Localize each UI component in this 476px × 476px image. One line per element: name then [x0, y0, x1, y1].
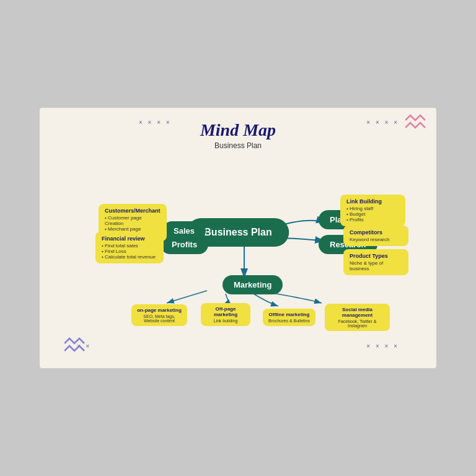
- title-area: Mind Map Business Plan: [200, 120, 276, 150]
- leaf-customers-merchant-item-1: • Customer page Creation: [105, 215, 161, 226]
- leaf-customers-merchant-title: Customers/Merchant: [105, 208, 161, 214]
- leaf-product-types: Product Types Niche & type of business: [343, 249, 408, 275]
- deco-dots-tr: × × × ×: [366, 119, 399, 126]
- branch-marketing: Marketing: [223, 275, 283, 294]
- deco-dots-tl: × × × ×: [139, 119, 172, 126]
- mind-map-canvas: × × × × × × × × × × × × × × Mind Map Bus…: [40, 108, 436, 368]
- zigzag-tr-icon: [405, 114, 430, 139]
- marketing-sub-onpage-item: SEO, Meta tags, Website content: [136, 314, 182, 323]
- leaf-link-building-item-3: • Profits: [346, 217, 399, 223]
- marketing-sub-offline: Offline marketing Brochures & Bulletins: [263, 309, 315, 326]
- marketing-sub-offline-item: Brochures & Bulletins: [268, 319, 311, 323]
- marketing-sub-offpage-item: Link building: [206, 319, 245, 323]
- leaf-product-types-title: Product Types: [350, 253, 402, 259]
- leaf-link-building-item-1: • Hiring staff: [346, 206, 399, 211]
- leaf-customers-merchant-item-2: • Merchant page: [105, 226, 161, 232]
- leaf-competitors-item-1: Keyword research: [350, 237, 402, 242]
- leaf-financial-review-title: Financial review: [102, 236, 157, 242]
- marketing-sub-social-title: Social media management: [330, 307, 385, 318]
- marketing-sub-social: Social media management Facebook, Twitte…: [325, 304, 390, 331]
- marketing-sub-offpage: Off-page marketing Link building: [201, 303, 250, 326]
- leaf-financial-review-item-2: • Find Loss: [102, 249, 157, 254]
- deco-dots-br: × × × ×: [366, 343, 399, 350]
- marketing-sub-onpage-title: on-page marketing: [136, 307, 182, 313]
- zigzag-bl-icon: [64, 337, 89, 362]
- title-main: Mind Map: [200, 120, 276, 140]
- leaf-competitors: Competitors Keyword research: [343, 226, 408, 246]
- leaf-link-building: Link Building • Hiring staff • Budget • …: [340, 195, 405, 226]
- marketing-sub-offline-title: Offline marketing: [268, 312, 311, 317]
- leaf-financial-review-item-1: • Find total sales: [102, 243, 157, 249]
- marketing-sub-offpage-title: Off-page marketing: [206, 306, 245, 317]
- leaf-product-types-item-1: Niche & type of business: [350, 260, 402, 271]
- leaf-link-building-item-2: • Budget: [346, 211, 399, 217]
- title-sub: Business Plan: [200, 141, 276, 150]
- leaf-link-building-title: Link Building: [346, 198, 399, 205]
- leaf-financial-review: Financial review • Find total sales • Fi…: [95, 232, 164, 263]
- branch-profits: Profits: [161, 235, 208, 254]
- leaf-competitors-title: Competitors: [350, 229, 402, 236]
- marketing-sub-social-item: Facebook, Twitter & Instagram: [330, 319, 385, 328]
- leaf-financial-review-item-3: • Calculate total revenue: [102, 254, 157, 260]
- marketing-sub-onpage: on-page marketing SEO, Meta tags, Websit…: [131, 304, 187, 326]
